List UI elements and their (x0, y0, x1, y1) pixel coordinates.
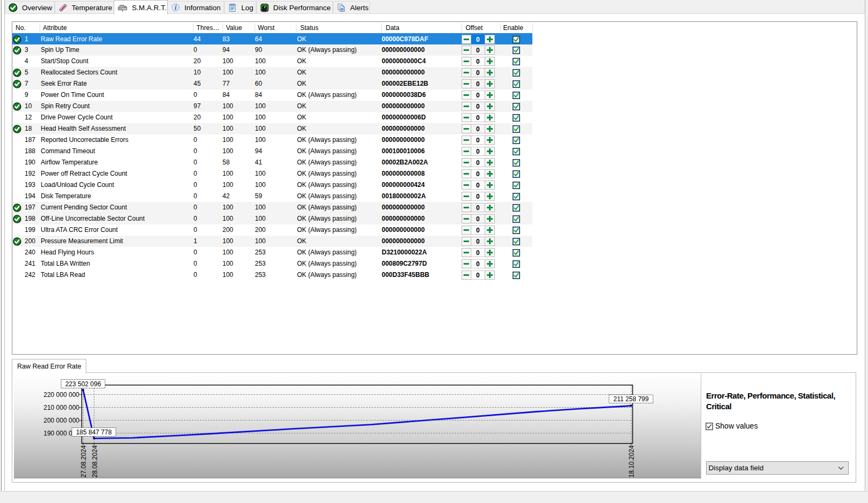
svg-text:200 000 000: 200 000 000 (43, 417, 79, 424)
svg-text:28.08.2024: 28.08.2024 (91, 445, 99, 477)
svg-text:211 258 799: 211 258 799 (613, 395, 649, 403)
svg-text:27.08.2024: 27.08.2024 (80, 445, 87, 477)
svg-text:223 502 096: 223 502 096 (65, 380, 101, 388)
svg-text:185 847 778: 185 847 778 (76, 429, 112, 436)
svg-text:18.10.2024: 18.10.2024 (628, 445, 635, 477)
svg-text:210 000 000: 210 000 000 (43, 404, 79, 411)
svg-text:220 000 000: 220 000 000 (43, 391, 79, 399)
